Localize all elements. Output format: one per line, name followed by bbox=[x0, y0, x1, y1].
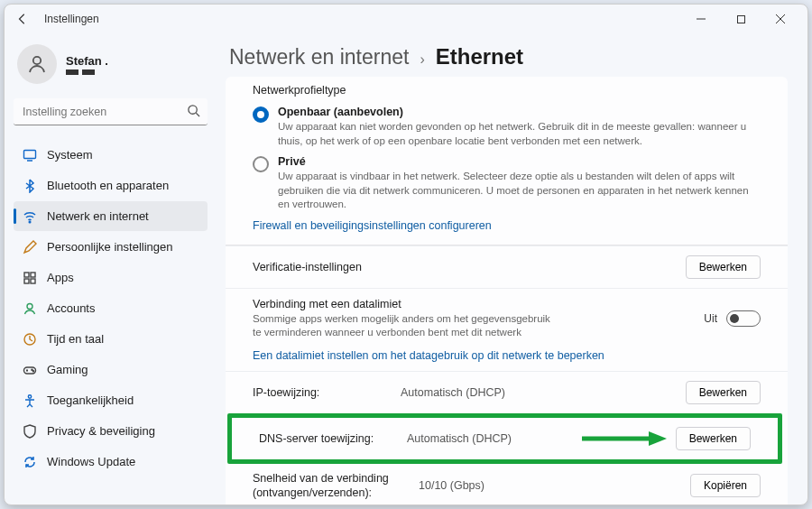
metered-toggle[interactable] bbox=[726, 310, 761, 327]
metered-row: Verbinding met een datalimiet Sommige ap… bbox=[226, 288, 788, 349]
chevron-right-icon: › bbox=[420, 51, 424, 68]
sidebar-item-accounts[interactable]: Accounts bbox=[14, 293, 208, 323]
app-title: Instellingen bbox=[44, 13, 99, 25]
sidebar-item-label: Toegankelijkheid bbox=[47, 393, 134, 407]
sidebar-item-time[interactable]: Tijd en taal bbox=[14, 324, 208, 354]
sidebar-item-label: Tijd en taal bbox=[47, 332, 104, 346]
svg-point-4 bbox=[33, 57, 41, 64]
svg-point-21 bbox=[28, 394, 31, 397]
sidebar-item-update[interactable]: Windows Update bbox=[14, 447, 208, 477]
sidebar-item-label: Accounts bbox=[47, 301, 95, 315]
ip-edit-button[interactable]: Bewerken bbox=[686, 381, 761, 404]
minimize-icon bbox=[696, 14, 706, 24]
ip-row: IP-toewijzing: Automatisch (DHCP) Bewerk… bbox=[226, 371, 788, 413]
svg-rect-12 bbox=[24, 279, 29, 283]
maximize-icon bbox=[736, 14, 746, 24]
dns-highlight: DNS-server toewijzing: Automatisch (DHCP… bbox=[227, 413, 782, 464]
svg-line-6 bbox=[196, 113, 199, 116]
search-box[interactable] bbox=[14, 98, 208, 125]
radio-public[interactable]: Openbaar (aanbevolen) Uw apparaat kan ni… bbox=[253, 106, 761, 148]
sidebar-item-label: Apps bbox=[47, 271, 74, 284]
close-button[interactable] bbox=[761, 6, 800, 32]
sidebar-item-apps[interactable]: Apps bbox=[14, 263, 208, 292]
sidebar-item-label: Privacy & beveiliging bbox=[47, 424, 155, 438]
profile-name: Stefan . bbox=[66, 54, 108, 68]
svg-point-5 bbox=[189, 106, 197, 114]
svg-point-20 bbox=[32, 370, 33, 371]
svg-point-9 bbox=[29, 221, 31, 223]
sidebar-item-label: Netwerk en internet bbox=[47, 209, 149, 223]
speed-label: Snelheid van de verbinding (ontvangen/ve… bbox=[253, 471, 406, 501]
svg-point-14 bbox=[27, 303, 32, 309]
sidebar-item-label: Gaming bbox=[47, 363, 88, 376]
ip-label: IP-toewijzing: bbox=[253, 386, 388, 399]
metered-state: Uit bbox=[704, 312, 717, 325]
profile-sub bbox=[66, 69, 108, 75]
sidebar-item-access[interactable]: Toegankelijkheid bbox=[14, 385, 208, 415]
arrow-left-icon bbox=[16, 13, 29, 25]
avatar bbox=[17, 44, 57, 84]
radio-public-title: Openbaar (aanbevolen) bbox=[278, 106, 761, 118]
profile-block[interactable]: Stefan . bbox=[14, 39, 208, 97]
privacy-icon bbox=[23, 424, 37, 439]
apps-icon bbox=[23, 271, 37, 285]
ip-value: Automatisch (DHCP) bbox=[401, 386, 673, 399]
sidebar-item-gaming[interactable]: Gaming bbox=[14, 355, 208, 384]
radio-private-title: Privé bbox=[278, 155, 761, 168]
verification-edit-button[interactable]: Bewerken bbox=[686, 255, 761, 279]
sidebar-item-label: Persoonlijke instellingen bbox=[47, 240, 172, 254]
sidebar-item-network[interactable]: Netwerk en internet bbox=[14, 201, 208, 231]
datalimit-link[interactable]: Een datalimiet instellen om het datagebr… bbox=[253, 349, 761, 362]
radio-icon bbox=[253, 156, 269, 172]
search-input[interactable] bbox=[14, 98, 208, 125]
svg-rect-7 bbox=[24, 150, 36, 158]
firewall-link[interactable]: Firewall en beveiligingsinstellingen con… bbox=[253, 219, 761, 232]
sidebar-item-bluetooth[interactable]: Bluetooth en apparaten bbox=[14, 171, 208, 200]
speed-row: Snelheid van de verbinding (ontvangen/ve… bbox=[226, 467, 788, 504]
sidebar-item-label: Systeem bbox=[47, 148, 93, 162]
dns-label: DNS-server toewijzing: bbox=[259, 432, 394, 445]
page-title: Ethernet bbox=[436, 44, 523, 69]
dns-edit-button[interactable]: Bewerken bbox=[676, 427, 751, 450]
radio-private-desc: Uw apparaat is vindbaar in het netwerk. … bbox=[278, 170, 761, 212]
sidebar-item-label: Bluetooth en apparaten bbox=[47, 179, 169, 192]
maximize-button[interactable] bbox=[721, 6, 761, 32]
system-icon bbox=[23, 148, 37, 162]
sidebar-item-label: Windows Update bbox=[47, 455, 135, 468]
time-icon bbox=[23, 332, 37, 347]
sidebar-item-personalize[interactable]: Persoonlijke instellingen bbox=[14, 232, 208, 262]
svg-marker-23 bbox=[649, 431, 667, 446]
dns-row: DNS-server toewijzing: Automatisch (DHCP… bbox=[232, 418, 778, 459]
metered-desc: Sommige apps werken mogelijk anders om h… bbox=[253, 312, 559, 340]
svg-rect-1 bbox=[737, 15, 744, 23]
breadcrumb: Netwerk en internet › Ethernet bbox=[229, 44, 788, 69]
back-button[interactable] bbox=[12, 8, 33, 30]
radio-private[interactable]: Privé Uw apparaat is vindbaar in het net… bbox=[253, 155, 761, 212]
accounts-icon bbox=[23, 301, 37, 316]
dns-value: Automatisch (DHCP) bbox=[407, 432, 567, 445]
speed-copy-button[interactable]: Kopiëren bbox=[690, 474, 761, 497]
svg-point-19 bbox=[32, 369, 32, 370]
network-icon bbox=[23, 209, 37, 224]
svg-rect-11 bbox=[31, 273, 35, 277]
svg-rect-10 bbox=[24, 273, 29, 277]
sidebar-item-privacy[interactable]: Privacy & beveiliging bbox=[14, 416, 208, 446]
gaming-icon bbox=[23, 363, 37, 377]
verification-label: Verificatie-instellingen bbox=[253, 261, 362, 273]
profile-type-heading: Netwerkprofieltype bbox=[253, 84, 761, 97]
update-icon bbox=[23, 455, 37, 469]
minimize-button[interactable] bbox=[681, 6, 721, 32]
close-icon bbox=[775, 14, 786, 24]
search-icon bbox=[187, 104, 200, 120]
sidebar-item-system[interactable]: Systeem bbox=[14, 140, 208, 170]
verification-row: Verificatie-instellingen Bewerken bbox=[226, 245, 788, 288]
access-icon bbox=[23, 393, 37, 408]
bluetooth-icon bbox=[23, 179, 37, 193]
person-icon bbox=[26, 53, 48, 75]
radio-public-desc: Uw apparaat kan niet worden gevonden op … bbox=[278, 120, 761, 148]
personalize-icon bbox=[23, 240, 37, 255]
svg-rect-13 bbox=[31, 279, 35, 283]
metered-title: Verbinding met een datalimiet bbox=[253, 298, 559, 310]
breadcrumb-parent[interactable]: Netwerk en internet bbox=[229, 45, 409, 69]
annotation-arrow bbox=[580, 430, 667, 448]
